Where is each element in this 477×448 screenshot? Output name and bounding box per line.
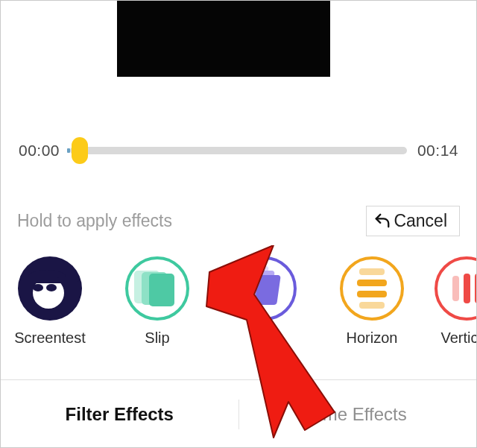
vertical-icon <box>435 256 476 321</box>
video-timeline[interactable]: 00:00 00:14 <box>19 142 458 160</box>
effect-label: Screentest <box>14 329 86 347</box>
timeline-tick <box>67 148 70 153</box>
screentest-icon <box>18 256 82 321</box>
hint-text: Hold to apply effects <box>17 211 172 231</box>
slip-icon <box>125 256 189 321</box>
undo-icon <box>374 213 391 230</box>
hint-row: Hold to apply effects Cancel <box>17 206 460 236</box>
effect-label: Vertica <box>440 329 476 347</box>
effect-screentest[interactable]: Screentest <box>14 256 86 347</box>
cancel-button[interactable]: Cancel <box>366 206 460 236</box>
timeline-playhead[interactable] <box>72 137 88 164</box>
tab-label: Time Effects <box>309 404 407 425</box>
cancel-button-label: Cancel <box>394 211 447 231</box>
effects-editor-screen: 00:00 00:14 Hold to apply effects Cancel… <box>0 0 477 448</box>
video-preview <box>117 1 330 77</box>
tab-filter-effects[interactable]: Filter Effects <box>1 379 238 448</box>
effect-horizon[interactable]: Horizon <box>336 256 408 347</box>
tab-time-effects[interactable]: Time Effects <box>239 379 477 448</box>
timeline-start-time: 00:00 <box>19 142 60 160</box>
effects-tabs: Filter Effects Time Effects <box>1 379 476 448</box>
effect-unknown[interactable] <box>229 256 300 347</box>
timeline-track[interactable] <box>70 147 407 154</box>
effect-slip[interactable]: Slip <box>121 256 193 347</box>
effect-vertical[interactable]: Vertica <box>437 256 476 347</box>
cards-icon <box>233 256 297 321</box>
effect-label: Horizon <box>347 329 398 347</box>
effect-label: Slip <box>145 329 169 347</box>
effects-list: Screentest Slip <box>14 256 476 347</box>
horizon-icon <box>340 256 404 321</box>
timeline-end-time: 00:14 <box>417 142 458 160</box>
tab-label: Filter Effects <box>66 404 174 425</box>
